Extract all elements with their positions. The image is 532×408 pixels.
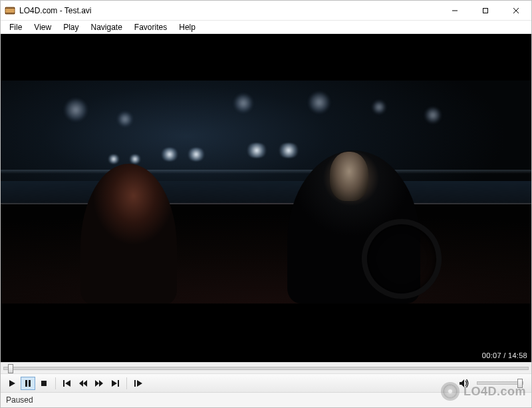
frame-step-button[interactable] [131,377,146,390]
time-overlay: 00:07 / 14:58 [482,351,527,359]
menu-help[interactable]: Help [173,21,201,33]
volume-thumb[interactable] [517,379,523,388]
svg-rect-10 [13,13,13,13]
svg-marker-24 [99,380,103,387]
menu-favorites[interactable]: Favorites [128,21,173,33]
svg-rect-27 [134,380,136,387]
pause-button[interactable] [21,377,35,390]
menu-view[interactable]: View [28,21,57,33]
skip-back-button[interactable] [60,377,74,390]
menu-bar: File View Play Navigate Favorites Help [1,21,531,34]
svg-rect-5 [11,7,11,8]
svg-rect-7 [7,13,7,13]
stop-button[interactable] [37,377,51,390]
seek-bar[interactable] [1,362,531,374]
maximize-button[interactable] [470,1,501,20]
app-icon [5,5,15,16]
menu-navigate[interactable]: Navigate [84,21,128,33]
volume-slider[interactable] [477,381,523,385]
svg-marker-20 [65,380,70,387]
separator [126,377,127,389]
svg-rect-9 [11,13,11,13]
status-bar: Paused [1,393,531,407]
window-controls [440,1,531,20]
svg-rect-18 [41,381,47,386]
close-button[interactable] [501,1,531,20]
skip-forward-button[interactable] [108,377,122,390]
svg-marker-21 [79,380,83,387]
total-time: 14:58 [508,351,527,359]
svg-marker-22 [83,380,87,387]
current-time: 00:07 [482,351,501,359]
svg-rect-4 [9,7,9,8]
svg-marker-28 [137,380,142,387]
svg-rect-6 [13,7,13,8]
playback-controls [1,374,531,393]
seek-thumb[interactable] [8,364,13,373]
svg-rect-12 [483,8,488,13]
video-frame [1,81,531,304]
minimize-button[interactable] [440,1,470,20]
svg-rect-16 [25,380,27,387]
svg-rect-3 [7,7,7,8]
seek-track[interactable] [3,367,529,370]
svg-marker-29 [460,379,464,387]
svg-marker-23 [95,380,99,387]
svg-marker-15 [9,380,15,387]
separator [55,377,56,389]
svg-rect-19 [63,380,65,387]
fast-forward-button[interactable] [92,377,106,390]
svg-rect-8 [9,13,9,13]
menu-play[interactable]: Play [57,21,84,33]
status-text: Paused [6,395,33,405]
volume-icon[interactable] [457,377,471,390]
play-button[interactable] [5,377,19,390]
app-window: LO4D.com - Test.avi File View Play Navig… [0,0,532,408]
svg-rect-17 [29,380,31,387]
svg-rect-26 [118,380,119,387]
menu-file[interactable]: File [3,21,28,33]
rewind-button[interactable] [76,377,90,390]
window-title: LO4D.com - Test.avi [19,6,440,15]
svg-marker-25 [112,380,117,387]
title-bar: LO4D.com - Test.avi [1,1,531,21]
video-viewport[interactable]: 00:07 / 14:58 [1,34,531,362]
